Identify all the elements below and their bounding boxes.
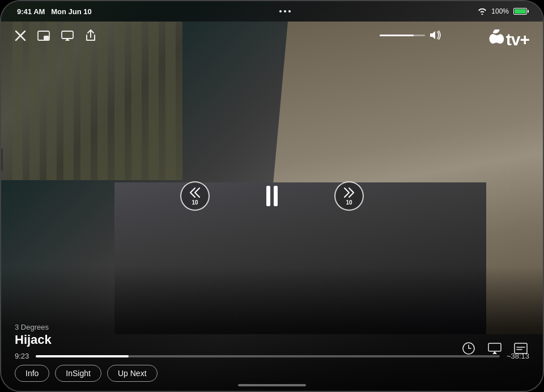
battery-fill [515,9,526,14]
home-indicator[interactable] [238,384,306,386]
progress-fill [36,355,129,357]
date-display: Mon Jun 10 [51,7,92,16]
tv-plus-text: tv+ [506,30,529,49]
share-icon [85,29,96,42]
volume-fill [380,35,414,36]
center-controls: 10 10 [180,179,364,213]
forward-label: 10 [346,199,352,206]
bottom-controls: 3 Degrees Hijack 9:23 ~38:13 Info InSigh… [1,323,543,391]
info-button[interactable]: Info [15,365,49,382]
forward-button[interactable]: 10 [334,181,364,211]
wifi-icon [478,8,487,15]
forward-icon [342,187,356,198]
insight-button[interactable]: InSight [55,365,101,382]
device-frame: 9:41 AM Mon Jun 10 100% [0,0,544,392]
rewind-button[interactable]: 10 [180,181,210,211]
close-icon [15,30,26,41]
right-controls [460,340,529,357]
airplay-bottom-button[interactable] [486,340,503,357]
svg-rect-6 [488,343,501,351]
pause-bar-right [274,186,278,206]
dot-2 [284,10,286,12]
airplay-bottom-icon [488,343,502,354]
top-controls [1,22,543,50]
pip-button[interactable] [37,31,50,41]
time-elapsed: 9:23 [15,352,29,360]
show-name: 3 Degrees [15,323,529,331]
speed-icon [462,342,475,355]
pause-bar-left [266,186,270,206]
dot-3 [288,10,291,12]
subtitles-icon [514,343,528,354]
volume-control[interactable] [380,31,441,40]
pip-icon [37,31,50,41]
time-display: 9:41 AM [17,7,45,16]
volume-bar [380,35,425,36]
battery-percent: 100% [491,7,509,15]
action-buttons: Info InSight Up Next [15,365,529,382]
status-center [279,10,291,12]
rewind-label: 10 [192,199,198,206]
battery-icon [513,8,527,15]
apple-tv-logo: tv+ [488,29,529,50]
up-next-button[interactable]: Up Next [107,365,158,382]
airplay-icon [61,31,74,41]
title-area: 3 Degrees Hijack [15,323,529,347]
progress-bar[interactable] [36,355,500,357]
share-button[interactable] [85,29,96,42]
svg-rect-4 [62,31,73,39]
side-notch [1,148,3,171]
close-button[interactable] [15,30,26,41]
rewind-icon [188,187,202,198]
progress-row: 9:23 ~38:13 [15,352,529,360]
status-time: 9:41 AM Mon Jun 10 [17,7,92,16]
dot-1 [279,10,282,12]
status-bar: 9:41 AM Mon Jun 10 100% [1,1,543,22]
episode-title: Hijack [15,333,529,347]
pause-icon [266,186,278,206]
apple-logo-icon [488,29,505,50]
svg-rect-3 [44,36,49,40]
status-right: 100% [478,7,527,15]
svg-rect-7 [515,343,527,353]
airplay-button[interactable] [61,31,74,41]
top-left-controls [15,29,96,42]
subtitles-button[interactable] [512,340,529,357]
volume-icon [430,31,441,40]
speed-button[interactable] [460,340,477,357]
pause-button[interactable] [255,179,289,213]
